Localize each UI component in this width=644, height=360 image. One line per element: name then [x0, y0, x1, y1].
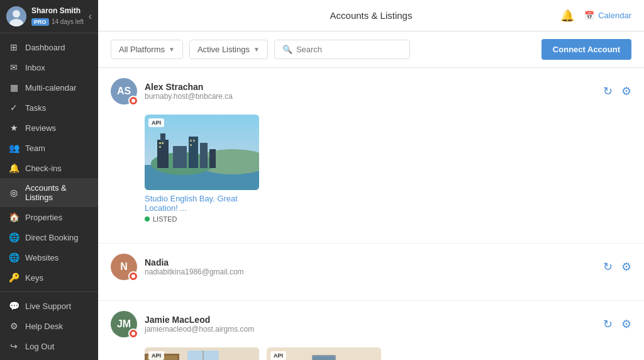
account-section-nadia: N Nadia nadiabitkina1986@gmail.com ↻ ⚙	[98, 244, 644, 301]
user-name: Sharon Smith	[31, 6, 84, 15]
status-filter-dropdown[interactable]: Active Listings ▼	[189, 40, 268, 59]
sidebar-item-label: Live Support	[25, 301, 71, 311]
listing-image: API	[145, 115, 259, 190]
search-box[interactable]: 🔍	[274, 40, 410, 59]
sidebar-item-direct-booking[interactable]: 🌐 Direct Booking	[0, 227, 98, 247]
listing-card-jamie-1: API	[145, 347, 259, 360]
sidebar-item-team[interactable]: 👥 Team	[0, 138, 98, 158]
account-name: Jamie MacLeod	[145, 315, 254, 325]
accounts-icon: ◎	[9, 188, 19, 198]
platform-filter-dropdown[interactable]: All Platforms ▼	[111, 40, 183, 59]
calendar-icon: ▦	[9, 82, 19, 93]
sidebar-item-help-desk[interactable]: ⚙ Help Desk	[0, 316, 98, 336]
reviews-icon: ★	[9, 123, 19, 133]
svg-rect-17	[193, 140, 195, 142]
svg-point-1	[13, 10, 20, 18]
listing-title[interactable]: Studio English Bay. Great Location! ...	[145, 194, 259, 213]
svg-rect-18	[190, 144, 192, 146]
sidebar-item-accounts-listings[interactable]: ◎ Accounts & Listings	[0, 178, 98, 207]
tasks-icon: ✓	[9, 103, 19, 113]
properties-icon: 🏠	[9, 212, 19, 222]
inbox-icon: ✉	[9, 62, 19, 72]
sync-icon[interactable]: ↻	[603, 84, 613, 98]
main-content: Accounts & Listings 🔔 📅 Calendar All Pla…	[98, 0, 644, 360]
sidebar-item-label: Multi-calendar	[25, 83, 77, 93]
svg-rect-50	[313, 356, 335, 360]
checkins-icon: 🔔	[9, 163, 19, 173]
status-filter-label: Active Listings	[197, 45, 250, 54]
calendar-button[interactable]: 📅 Calendar	[584, 11, 631, 20]
user-info: Sharon Smith PRO 14 days left	[31, 6, 84, 26]
chevron-down-icon: ▼	[253, 46, 260, 53]
svg-rect-14	[162, 142, 164, 144]
sidebar-nav: ⊞ Dashboard ✉ Inbox ▦ Multi-calendar ✓ T…	[0, 33, 98, 291]
team-icon: 👥	[9, 143, 19, 153]
sidebar-item-websites[interactable]: 🌐 Websites	[0, 247, 98, 267]
connect-account-button[interactable]: Connect Account	[541, 39, 631, 60]
collapse-button[interactable]: ‹	[89, 11, 92, 22]
svg-rect-35	[203, 351, 204, 360]
account-section-jamie: JM Jamie MacLeod jamiemacleod@host.airgm…	[98, 301, 644, 360]
chevron-down-icon: ▼	[169, 46, 175, 53]
account-info: AS Alex Strachan burnaby.host@bnbcare.ca	[111, 78, 233, 104]
account-email: burnaby.host@bnbcare.ca	[145, 92, 233, 101]
sidebar-item-checkins[interactable]: 🔔 Check-ins	[0, 158, 98, 178]
accounts-list: AS Alex Strachan burnaby.host@bnbcare.ca…	[98, 68, 644, 360]
notifications-bell-icon[interactable]: 🔔	[560, 9, 574, 23]
log-out-icon: ↪	[9, 341, 19, 351]
sidebar-item-label: Tasks	[25, 103, 46, 113]
sidebar-item-tasks[interactable]: ✓ Tasks	[0, 98, 98, 118]
listing-card-alex: API Studio English Bay. Great Location! …	[98, 115, 644, 243]
pro-badge: PRO	[31, 18, 49, 26]
sidebar-item-live-support[interactable]: 💬 Live Support	[0, 296, 98, 316]
sidebar-item-label: Direct Booking	[25, 233, 79, 242]
page-title: Accounts & Listings	[330, 10, 413, 21]
svg-rect-9	[173, 146, 187, 168]
account-info: JM Jamie MacLeod jamiemacleod@host.airgm…	[111, 311, 254, 337]
sync-icon[interactable]: ↻	[603, 260, 613, 274]
svg-rect-15	[159, 146, 161, 148]
settings-icon[interactable]: ⚙	[621, 84, 631, 98]
svg-rect-11	[200, 143, 208, 168]
account-info: N Nadia nadiabitkina1986@gmail.com	[111, 254, 244, 280]
sidebar-item-dashboard[interactable]: ⊞ Dashboard	[0, 37, 98, 57]
svg-rect-8	[160, 133, 165, 143]
svg-rect-13	[159, 142, 161, 144]
settings-icon[interactable]: ⚙	[621, 317, 631, 331]
sidebar-item-label: Reviews	[25, 123, 56, 133]
account-avatar: JM	[111, 311, 137, 337]
avatar	[6, 6, 26, 26]
account-name: Nadia	[145, 257, 244, 267]
dashboard-icon: ⊞	[9, 42, 19, 52]
direct-booking-icon: 🌐	[9, 232, 19, 242]
search-input[interactable]	[296, 45, 402, 54]
listing-image: API	[145, 347, 259, 360]
status-dot-icon	[145, 217, 150, 222]
avatar-badge	[128, 329, 138, 339]
api-badge: API	[148, 351, 164, 360]
svg-rect-16	[190, 140, 192, 142]
sidebar-item-label: Websites	[25, 253, 58, 262]
platform-filter-label: All Platforms	[119, 45, 165, 54]
account-name: Alex Strachan	[145, 82, 233, 92]
account-email: jamiemacleod@host.airgms.com	[145, 325, 254, 334]
account-header: AS Alex Strachan burnaby.host@bnbcare.ca…	[98, 68, 644, 115]
sidebar: Sharon Smith PRO 14 days left ‹ ⊞ Dashbo…	[0, 0, 98, 360]
sync-icon[interactable]: ↻	[603, 317, 613, 331]
api-badge: API	[148, 118, 164, 127]
sidebar-item-reviews[interactable]: ★ Reviews	[0, 118, 98, 138]
main-header: Accounts & Listings 🔔 📅 Calendar	[98, 0, 644, 31]
account-header: N Nadia nadiabitkina1986@gmail.com ↻ ⚙	[98, 244, 644, 290]
sidebar-item-keys[interactable]: 🔑 Keys	[0, 267, 98, 288]
api-badge: API	[270, 351, 286, 360]
sidebar-item-properties[interactable]: 🏠 Properties	[0, 207, 98, 227]
sidebar-item-label: Dashboard	[25, 43, 65, 52]
avatar-image	[6, 6, 26, 26]
status-label: LISTED	[153, 215, 177, 223]
sidebar-item-inbox[interactable]: ✉ Inbox	[0, 57, 98, 77]
account-email: nadiabitkina1986@gmail.com	[145, 267, 244, 276]
settings-icon[interactable]: ⚙	[621, 260, 631, 274]
sidebar-item-log-out[interactable]: ↪ Log Out	[0, 336, 98, 356]
sidebar-item-multi-calendar[interactable]: ▦ Multi-calendar	[0, 77, 98, 98]
sidebar-item-label: Properties	[25, 213, 62, 222]
